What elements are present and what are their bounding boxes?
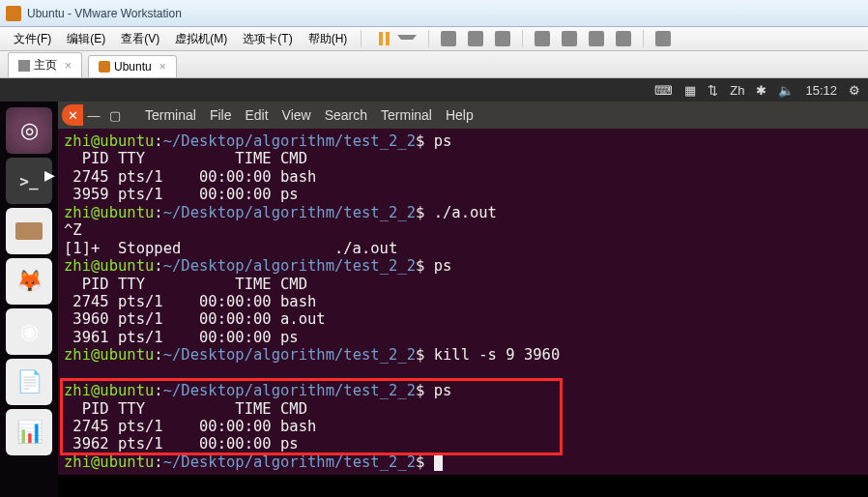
home-icon bbox=[18, 60, 30, 72]
menu-help[interactable]: 帮助(H) bbox=[303, 29, 354, 49]
input-lang[interactable]: Zh bbox=[730, 83, 744, 98]
tab-home-label: 主页 bbox=[34, 57, 57, 73]
dash-icon[interactable]: ◎ bbox=[6, 107, 52, 154]
layout-btn-3[interactable] bbox=[585, 29, 608, 48]
gear-icon[interactable]: ⚙ bbox=[849, 83, 860, 98]
network-icon[interactable]: ⇅ bbox=[708, 83, 718, 98]
term-menu-search[interactable]: Search bbox=[325, 107, 367, 123]
keyboard-icon[interactable]: ⌨ bbox=[654, 83, 673, 98]
pause-button[interactable] bbox=[369, 28, 420, 49]
launcher-writer[interactable]: 📄 bbox=[6, 359, 52, 405]
vmware-icon bbox=[6, 6, 21, 21]
menu-separator bbox=[643, 30, 644, 47]
ubuntu-desktop: ◎ 🦊 ◉ 📄 📊 ▶ ✕ — ▢ Terminal File Edit bbox=[0, 102, 868, 497]
vmware-tabbar: 主页 × Ubuntu × bbox=[0, 51, 868, 78]
layout-btn-1[interactable] bbox=[531, 29, 554, 48]
terminal-titlebar[interactable]: ✕ — ▢ Terminal File Edit View Search Ter… bbox=[58, 102, 868, 129]
menu-file[interactable]: 文件(F) bbox=[8, 29, 57, 49]
menu-tabs[interactable]: 选项卡(T) bbox=[237, 29, 298, 49]
calendar-icon[interactable]: ▦ bbox=[684, 83, 696, 98]
close-icon[interactable]: × bbox=[65, 59, 72, 73]
active-app-marker: ▶ bbox=[44, 167, 55, 183]
tab-home[interactable]: 主页 × bbox=[8, 52, 82, 77]
tab-ubuntu[interactable]: Ubuntu × bbox=[88, 55, 177, 77]
menu-edit[interactable]: 编辑(E) bbox=[61, 29, 111, 49]
vmware-menubar: 文件(F) 编辑(E) 查看(V) 虚拟机(M) 选项卡(T) 帮助(H) bbox=[0, 27, 868, 51]
term-menu-view[interactable]: View bbox=[282, 107, 311, 123]
layout-btn-2[interactable] bbox=[558, 29, 581, 48]
windows-titlebar: Ubuntu - VMware Workstation bbox=[0, 0, 868, 27]
unity-launcher: ◎ 🦊 ◉ 📄 📊 bbox=[0, 102, 58, 497]
term-menu-file[interactable]: File bbox=[210, 107, 232, 123]
fullscreen-button[interactable] bbox=[651, 29, 675, 48]
term-menu-terminal[interactable]: Terminal bbox=[145, 107, 196, 123]
snapshot-mgr-button[interactable] bbox=[491, 29, 514, 48]
ubuntu-icon bbox=[99, 61, 110, 73]
layout-btn-4[interactable] bbox=[612, 29, 635, 48]
window-maximize-button[interactable]: ▢ bbox=[104, 104, 126, 126]
term-menu-terminal2[interactable]: Terminal bbox=[381, 107, 432, 123]
close-icon[interactable]: × bbox=[159, 60, 166, 73]
clock[interactable]: 15:12 bbox=[805, 83, 837, 98]
menu-separator bbox=[522, 30, 523, 47]
window-title: Ubuntu - VMware Workstation bbox=[27, 7, 182, 20]
window-minimize-button[interactable]: — bbox=[83, 104, 104, 126]
snapshot-button[interactable] bbox=[437, 29, 460, 48]
launcher-firefox[interactable]: 🦊 bbox=[6, 258, 52, 305]
revert-button[interactable] bbox=[464, 29, 487, 48]
launcher-chrome[interactable]: ◉ bbox=[6, 308, 52, 355]
launcher-calc[interactable]: 📊 bbox=[6, 409, 52, 455]
term-menu-help[interactable]: Help bbox=[446, 107, 474, 123]
menu-separator bbox=[361, 30, 362, 47]
menu-separator bbox=[428, 30, 429, 47]
menu-vm[interactable]: 虚拟机(M) bbox=[169, 29, 233, 49]
term-menu-edit[interactable]: Edit bbox=[245, 107, 268, 123]
terminal-output[interactable]: zhi@ubuntu:~/Desktop/algorithm/test_2_2$… bbox=[58, 129, 868, 475]
launcher-files[interactable] bbox=[6, 208, 52, 254]
vm-display: ⌨ ▦ ⇅ Zh ✱ 🔈 15:12 ⚙ ◎ 🦊 ◉ 📄 📊 ▶ ✕ — ▢ bbox=[0, 78, 868, 497]
tab-ubuntu-label: Ubuntu bbox=[114, 60, 152, 73]
window-close-button[interactable]: ✕ bbox=[62, 104, 83, 126]
terminal-window: ✕ — ▢ Terminal File Edit View Search Ter… bbox=[58, 102, 868, 475]
menu-view[interactable]: 查看(V) bbox=[115, 29, 165, 49]
volume-icon[interactable]: 🔈 bbox=[778, 83, 794, 98]
terminal-menubar: Terminal File Edit View Search Terminal … bbox=[145, 107, 474, 123]
ubuntu-top-panel: ⌨ ▦ ⇅ Zh ✱ 🔈 15:12 ⚙ bbox=[0, 78, 868, 102]
bluetooth-icon[interactable]: ✱ bbox=[756, 83, 767, 98]
